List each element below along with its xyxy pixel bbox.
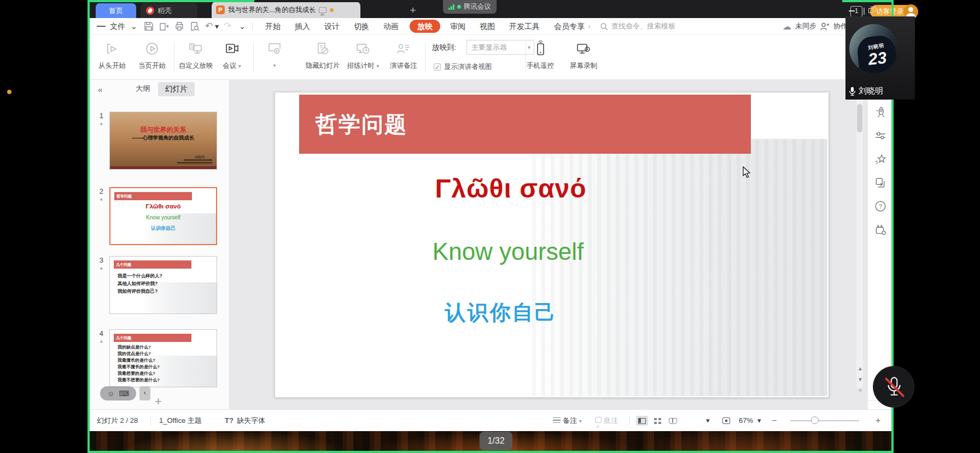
missing-font-label[interactable]: 缺失字体 <box>237 410 265 432</box>
zoom-out-button[interactable]: − <box>772 410 777 432</box>
more-quick-tools-icon[interactable]: ⌄ <box>239 18 246 34</box>
zoom-caret-icon[interactable]: ▾ <box>757 410 761 432</box>
cloud-sync-icon[interactable]: ☁ <box>783 21 791 32</box>
view-normal-button[interactable] <box>636 416 648 426</box>
meeting-button[interactable]: 会议 ▾ <box>213 39 251 71</box>
duplicate-frames-icon[interactable] <box>874 177 886 189</box>
pill-collapse-icon[interactable]: ‹ <box>139 386 150 400</box>
transition-star-icon: ✶ <box>92 339 103 345</box>
slides-panel: « 大纲 幻灯片 1 ✶ 我与世界的关系 ——心理学视角的自我成长 刘晓明 2 … <box>89 80 230 409</box>
slide-thumbnail-1[interactable]: 我与世界的关系 ——心理学视角的自我成长 刘晓明 <box>109 112 217 170</box>
emoji-icon[interactable]: ☺ <box>107 390 114 398</box>
slide-chinese-text[interactable]: 认识你自己 <box>445 299 557 327</box>
slide-english-text[interactable]: Know yourself <box>433 238 584 265</box>
tab-home[interactable]: 首页 <box>96 3 136 18</box>
save-icon[interactable] <box>144 21 154 31</box>
collapse-panel-icon[interactable]: « <box>98 85 102 94</box>
rehearse-button[interactable]: 排练计时 ▾ <box>342 39 384 71</box>
slide-title-banner[interactable]: 哲学问题 <box>299 95 751 154</box>
print-preview-icon[interactable] <box>190 21 200 31</box>
hide-slide-button[interactable]: 隐藏幻灯片 <box>302 39 343 71</box>
help-icon[interactable]: ? <box>874 200 886 212</box>
print-icon[interactable] <box>174 21 184 31</box>
sliders-settings-icon[interactable] <box>874 130 886 142</box>
collaborate-icon[interactable] <box>820 22 830 31</box>
restore-button[interactable] <box>865 6 877 16</box>
command-search[interactable]: 查找命令、搜索模板 <box>600 18 675 34</box>
slide-number: 3 <box>92 256 103 264</box>
slide-thumbnail-4[interactable]: 几个问题 我的缺点是什么? 我的优点是什么? 我最擅长的是什么? 我最不擅长的是… <box>109 329 217 387</box>
undo-icon[interactable]: ↶ <box>205 18 213 34</box>
screen-record-icon <box>563 39 604 58</box>
thumb4-line: 我最不想要的是什么? <box>118 377 160 383</box>
sync-status-label[interactable]: 未同步 <box>795 21 816 31</box>
menu-tab-review[interactable]: 审阅 <box>450 18 465 34</box>
menu-tab-slideshow-active[interactable]: 放映 <box>410 20 440 33</box>
zoom-level-label[interactable]: 67% <box>739 410 753 432</box>
tab-document[interactable]: P 我与世界的关...角的自我成长 <box>212 2 360 18</box>
muted-mic-button[interactable] <box>873 366 914 408</box>
zoom-slider-track[interactable] <box>790 420 859 421</box>
meeting-status-badge[interactable]: 腾讯会议 <box>443 0 497 14</box>
add-slide-button[interactable]: + <box>155 394 162 409</box>
divider <box>629 416 630 425</box>
view-reading-button[interactable] <box>667 416 679 426</box>
menu-tab-design[interactable]: 设计 <box>324 18 340 34</box>
phone-remote-button[interactable]: 手机遥控 <box>520 39 561 71</box>
redo-icon[interactable]: ↷ <box>224 18 231 34</box>
undo-caret-icon[interactable]: ▾ <box>215 18 219 34</box>
menu-tab-vip[interactable]: 会员专享 <box>554 18 585 34</box>
divider <box>174 42 174 72</box>
view-sorter-button[interactable] <box>651 416 663 426</box>
menu-tab-start[interactable]: 开始 <box>265 18 281 34</box>
next-slide-icon[interactable]: ▼ <box>855 376 865 382</box>
menu-tab-animation[interactable]: 动画 <box>383 18 399 34</box>
menu-tab-transition[interactable]: 切换 <box>354 18 369 34</box>
tab-docer[interactable]: 稻壳 <box>141 3 197 18</box>
slide-greek-text[interactable]: Γλῶθι σανό <box>435 173 586 204</box>
new-tab-button[interactable]: + <box>406 4 419 17</box>
file-menu[interactable]: 文件 <box>110 18 125 34</box>
meeting-video-tile[interactable]: 刘晓明 23 刘晓明 <box>845 16 915 100</box>
rocket-quickaccess-icon[interactable] <box>874 106 886 118</box>
scroll-more-icon[interactable]: ≡ <box>855 387 865 393</box>
zoom-slider-handle[interactable] <box>811 416 819 424</box>
sparkle-effects-icon[interactable] <box>874 153 886 165</box>
mic-icon <box>849 86 856 96</box>
meeting-more-dots-icon[interactable]: ⋯ <box>867 395 877 405</box>
file-caret-icon[interactable]: ⌄ <box>131 18 137 34</box>
fit-window-button[interactable] <box>720 416 732 426</box>
menu-tab-devtools[interactable]: 开发工具 <box>509 18 540 34</box>
screen-record-button[interactable]: 屏幕录制 <box>563 39 604 71</box>
participant-avatar: 刘晓明 23 <box>849 24 899 73</box>
minimize-button[interactable] <box>845 6 858 16</box>
vip-more-icon[interactable]: › <box>588 18 591 34</box>
view-options-caret-icon[interactable]: ▾ <box>706 410 710 432</box>
tab-outline[interactable]: 大纲 <box>136 84 150 94</box>
menu-tab-insert[interactable]: 插入 <box>295 18 310 34</box>
slide-thumbnail-3[interactable]: 几个问题 我是一个什么样的人? 其他人如何评价我? 我如何评价我自己? <box>109 256 217 314</box>
scrollbar-thumb[interactable] <box>857 104 862 132</box>
zoom-in-button[interactable]: + <box>876 410 880 432</box>
pet-assistant-icon[interactable] <box>874 224 886 236</box>
notes-button[interactable]: 备注 ▾ <box>553 410 582 432</box>
from-current-button[interactable]: 当页开始 <box>131 39 173 71</box>
comments-button[interactable]: 批注 <box>595 410 618 432</box>
slide-thumbnail-2-selected[interactable]: 哲学问题 Γλῶθι σανό Know yourself 认识你自己 <box>109 187 217 245</box>
previous-slide-icon[interactable]: ▲ <box>855 365 865 371</box>
page-indicator-badge: 1/32 <box>480 432 512 450</box>
tab-slides-active[interactable]: 幻灯片 <box>158 82 195 96</box>
tab-home-label: 首页 <box>109 6 123 16</box>
slide-canvas[interactable]: 哲学问题 Γλῶθι σανό Know yourself 认识你自己 <box>275 92 829 398</box>
menu-tab-view[interactable]: 视图 <box>480 18 495 34</box>
from-beginning-button[interactable]: 从头开始 <box>91 39 133 71</box>
show-settings-button[interactable]: ▾ <box>254 39 295 69</box>
export-icon[interactable] <box>159 21 169 31</box>
custom-show-button[interactable]: 自定义放映 <box>175 39 217 71</box>
speaker-notes-button[interactable]: 演讲备注 <box>383 39 424 71</box>
divider <box>425 42 425 72</box>
theme-label[interactable]: 1_Office 主题 <box>159 410 202 432</box>
presenter-view-toggle[interactable]: ✓ 显示演讲者视图 <box>434 62 492 72</box>
keyboard-icon[interactable]: ⌨ <box>119 390 129 398</box>
quick-input-pill[interactable]: ☺ ⌨ <box>100 386 136 400</box>
